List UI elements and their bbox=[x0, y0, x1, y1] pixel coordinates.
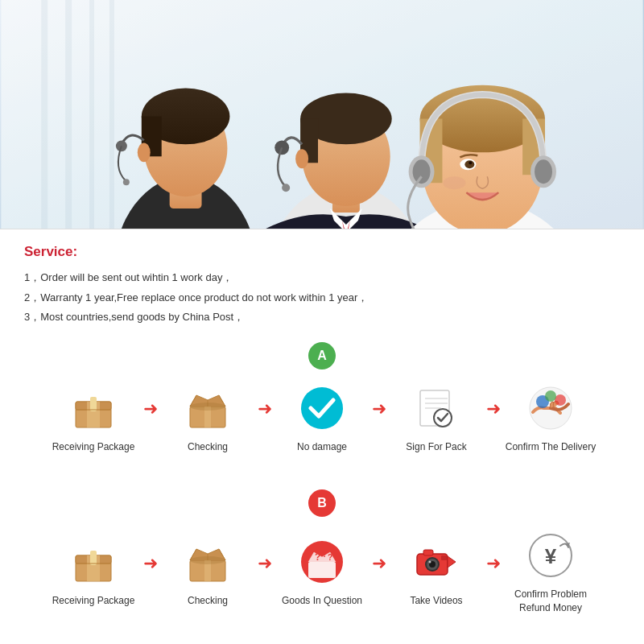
badge-a: A bbox=[308, 342, 336, 369]
flow-item-b-5: ¥ Confirm ProblemRefund Money bbox=[502, 528, 599, 615]
question-box-icon: ? ? ? bbox=[295, 535, 349, 589]
flow-item-a-4: Sign For Pack bbox=[388, 381, 485, 454]
flow-label-a-3: No damage bbox=[297, 440, 347, 454]
camera-icon bbox=[409, 535, 464, 589]
svg-point-21 bbox=[282, 184, 290, 192]
flow-label-b-3: Goods In Question bbox=[282, 594, 362, 608]
arrow-a-1: ➜ bbox=[143, 398, 158, 436]
sign-doc-icon bbox=[409, 381, 464, 436]
open-box-icon-a bbox=[180, 381, 235, 436]
svg-text:?: ? bbox=[315, 551, 320, 563]
arrow-b-4: ➜ bbox=[486, 553, 501, 590]
yen-circle-icon: ¥ bbox=[523, 528, 578, 583]
svg-rect-5 bbox=[109, 0, 114, 229]
svg-text:?: ? bbox=[322, 549, 328, 559]
flow-item-b-4: Take Videos bbox=[388, 535, 485, 608]
package-icon-a bbox=[66, 381, 121, 436]
svg-point-37 bbox=[443, 176, 465, 189]
flow-label-a-2: Checking bbox=[188, 440, 228, 454]
arrow-b-1: ➜ bbox=[143, 553, 158, 590]
svg-rect-60 bbox=[90, 551, 97, 565]
flow-label-a-1: Receiving Package bbox=[52, 440, 135, 454]
arrow-a-4: ➜ bbox=[486, 398, 501, 436]
open-box-icon-b bbox=[180, 535, 235, 589]
flow-item-a-3: No damage bbox=[274, 381, 370, 454]
flow-label-b-4: Take Videos bbox=[410, 594, 462, 608]
svg-point-64 bbox=[190, 556, 225, 564]
flow-label-a-5: Confirm The Delivery bbox=[506, 440, 596, 454]
svg-rect-3 bbox=[65, 0, 72, 229]
flow-item-a-5: Confirm The Delivery bbox=[502, 381, 599, 454]
flow-row-a: Receiving Package ➜ bbox=[24, 381, 620, 454]
svg-marker-78 bbox=[448, 556, 456, 568]
hero-section bbox=[0, 0, 644, 229]
checkmark-circle-icon bbox=[295, 381, 349, 436]
svg-point-56 bbox=[545, 390, 556, 402]
flow-label-a-4: Sign For Pack bbox=[406, 440, 466, 454]
svg-rect-77 bbox=[441, 555, 448, 560]
svg-point-46 bbox=[301, 387, 343, 429]
svg-point-33 bbox=[413, 159, 431, 184]
svg-rect-2 bbox=[41, 0, 47, 229]
service-item-2: 2，Warranty 1 year,Free replace once prod… bbox=[24, 288, 620, 308]
service-list: 1，Order will be sent out wihtin 1 work d… bbox=[24, 268, 620, 328]
svg-rect-41 bbox=[90, 397, 97, 411]
svg-rect-4 bbox=[89, 0, 94, 229]
flow-label-b-2: Checking bbox=[188, 594, 228, 608]
flow-section-b: B Receiving Package ➜ bbox=[24, 489, 620, 615]
svg-rect-76 bbox=[423, 550, 433, 555]
svg-point-11 bbox=[138, 142, 151, 162]
flow-label-b-1: Receiving Package bbox=[52, 594, 135, 608]
flow-item-b-2: Checking bbox=[159, 535, 256, 608]
service-item-1: 1，Order will be sent out wihtin 1 work d… bbox=[24, 268, 620, 288]
svg-point-27 bbox=[469, 161, 472, 164]
flow-item-b-3: ? ? ? Goods In Question bbox=[274, 535, 370, 608]
svg-point-19 bbox=[295, 149, 308, 168]
arrow-b-2: ➜ bbox=[258, 553, 272, 590]
arrow-b-3: ➜ bbox=[372, 553, 386, 590]
flow-row-b: Receiving Package ➜ Checking bbox=[24, 528, 620, 615]
svg-rect-66 bbox=[308, 562, 336, 578]
flow-item-a-1: Receiving Package bbox=[45, 381, 142, 454]
package-icon-b bbox=[66, 535, 121, 589]
flow-label-b-5: Confirm ProblemRefund Money bbox=[514, 588, 587, 615]
arrow-a-2: ➜ bbox=[258, 398, 272, 436]
content-area: Service: 1，Order will be sent out wihtin… bbox=[0, 229, 644, 635]
flow-section-a: A Receiving Package bbox=[24, 342, 620, 454]
service-title: Service: bbox=[24, 244, 620, 260]
flow-item-a-2: Checking bbox=[159, 381, 256, 454]
service-item-3: 3，Most countries,send goods by China Pos… bbox=[24, 308, 620, 328]
svg-text:?: ? bbox=[328, 553, 332, 562]
svg-point-35 bbox=[535, 159, 552, 184]
svg-text:¥: ¥ bbox=[545, 544, 557, 568]
flow-item-b-1: Receiving Package bbox=[45, 535, 142, 608]
svg-point-13 bbox=[123, 179, 130, 185]
svg-point-75 bbox=[429, 561, 431, 564]
svg-point-45 bbox=[190, 402, 225, 411]
badge-b: B bbox=[308, 489, 336, 517]
handshake-icon bbox=[523, 381, 578, 436]
arrow-a-3: ➜ bbox=[372, 398, 386, 436]
svg-point-55 bbox=[555, 394, 566, 406]
